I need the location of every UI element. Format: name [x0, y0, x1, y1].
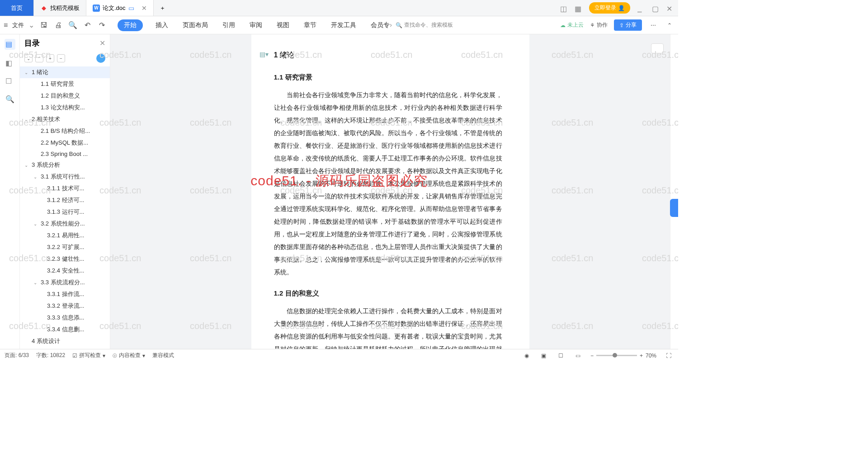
tab-view[interactable]: 视图 [275, 19, 291, 31]
close-tab-icon[interactable]: ✕ [142, 5, 147, 12]
layers-rail-icon[interactable]: ◧ [5, 59, 14, 68]
outline-item[interactable]: 3.1.3 运行可... [20, 206, 110, 218]
view-mode-1-icon[interactable]: ◉ [522, 351, 532, 361]
paragraph-1: 当前社会各行业领域竞争压力非常大，随着当前时代的信息化，科学化发展，让社会各行业… [274, 89, 502, 278]
outline-toolbar: ⌄ ⌃ + − [20, 52, 110, 66]
outline-item[interactable]: 3.1.2 经济可... [20, 194, 110, 206]
tab-ref[interactable]: 引用 [221, 19, 237, 31]
compat-mode[interactable]: 兼容模式 [152, 352, 174, 359]
add-node-icon[interactable]: + [46, 54, 54, 62]
outline-item[interactable]: 4 系统设计 [20, 335, 110, 347]
command-search[interactable]: 🔍 查找命令、搜索模板 [396, 21, 453, 29]
heading-1-1: 1.1 研究背景 [274, 71, 502, 84]
tab-member[interactable]: 会员专› [369, 19, 394, 31]
search-icon: 🔍 [396, 22, 402, 28]
zoom-in-icon[interactable]: + [640, 353, 643, 359]
cloud-status[interactable]: ☁未上云 [560, 21, 584, 29]
grid-icon[interactable]: ▦ [575, 5, 582, 12]
outline-item[interactable]: ⌄3.3 系统流程分... [20, 277, 110, 288]
new-tab-button[interactable]: ＋ [154, 0, 172, 16]
tab-insert[interactable]: 插入 [154, 19, 170, 31]
search-rail-icon[interactable]: 🔍 [5, 95, 14, 104]
outline-item[interactable]: ⌄3 系统分析 [20, 159, 110, 171]
zoom-slider[interactable] [596, 355, 637, 356]
outline-item[interactable]: ⌄3.1 系统可行性... [20, 171, 110, 183]
save-icon[interactable]: 🖫 [39, 20, 49, 30]
login-button[interactable]: 立即登录👤 [589, 2, 630, 14]
outline-item[interactable]: 3.3.2 登录流... [20, 300, 110, 312]
spellcheck-toggle[interactable]: ☑拼写检查▾ [72, 352, 105, 359]
collapse-all-icon[interactable]: ⌄ [24, 54, 33, 62]
titlebar: 首页 ◆ 找稻壳模板 W 论文.doc ▭ ✕ ＋ ◫ ▦ 立即登录👤 ⎯ ▢ … [0, 0, 678, 16]
hamburger-icon[interactable]: ≡ [4, 21, 8, 29]
redo-icon[interactable]: ↷ [97, 20, 107, 30]
outline-item[interactable]: 3.2.3 健壮性... [20, 253, 110, 265]
outline-item[interactable]: 3.3.3 信息添... [20, 312, 110, 324]
close-window-icon[interactable]: ✕ [666, 5, 674, 12]
sync-icon[interactable] [96, 54, 105, 63]
tab-template[interactable]: ◆ 找稻壳模板 [34, 0, 86, 16]
outline-item[interactable]: 1.3 论文结构安... [20, 102, 110, 113]
more-icon[interactable]: ⋯ [648, 20, 658, 30]
bookmark-rail-icon[interactable]: ☐ [5, 77, 14, 86]
window-mode-icon[interactable]: ▭ [128, 5, 134, 12]
layout1-icon[interactable]: ◫ [560, 5, 567, 12]
view-mode-2-icon[interactable]: ▣ [539, 351, 549, 361]
preview-icon[interactable]: 🔍 [68, 20, 78, 30]
outline-item[interactable]: 3.3.4 信息删... [20, 324, 110, 335]
outline-item[interactable]: 3.2.2 可扩展... [20, 241, 110, 253]
tab-dev[interactable]: 开发工具 [329, 19, 358, 31]
print-icon[interactable]: 🖨 [53, 20, 63, 30]
zoom-control[interactable]: − + 70% [590, 353, 656, 359]
window-controls: ◫ ▦ 立即登录👤 ⎯ ▢ ✕ [556, 0, 678, 16]
chevron-up-icon[interactable]: ⌃ [665, 20, 675, 30]
outline-item[interactable]: 3.1.1 技术可... [20, 183, 110, 194]
collab-button[interactable]: ⚘协作 [590, 21, 608, 29]
outline-item[interactable]: 2.1 B/S 结构介绍... [20, 125, 110, 137]
outline-item[interactable]: 3.2.4 安全性... [20, 265, 110, 277]
tab-start[interactable]: 开始 [118, 19, 143, 31]
outline-rail-icon[interactable]: ▤ [5, 39, 15, 50]
page-indicator[interactable]: 页面: 6/33 [5, 352, 29, 359]
side-handle[interactable] [670, 199, 678, 217]
outline-item[interactable]: 3.3.1 操作流... [20, 288, 110, 300]
tab-template-label: 找稻壳模板 [50, 4, 80, 12]
template-icon: ◆ [40, 5, 47, 12]
outline-item[interactable]: ⌄3.2 系统性能分... [20, 218, 110, 230]
side-toggle-icon[interactable] [651, 43, 664, 53]
tab-review[interactable]: 审阅 [248, 19, 264, 31]
tab-section[interactable]: 章节 [302, 19, 318, 31]
outline-tree: ⌄1 绪论1.1 研究背景1.2 目的和意义1.3 论文结构安...⌄2 相关技… [20, 66, 110, 349]
outline-item[interactable]: 2.2 MySQL 数据... [20, 137, 110, 149]
file-menu[interactable]: 文件 [12, 21, 24, 29]
outline-item[interactable]: ⌄1 绪论 [20, 66, 110, 78]
fullscreen-icon[interactable]: ⛶ [664, 351, 674, 361]
zoom-value[interactable]: 70% [646, 353, 656, 359]
view-mode-4-icon[interactable]: ▭ [573, 351, 583, 361]
zoom-out-icon[interactable]: − [590, 353, 594, 359]
word-count[interactable]: 字数: 10822 [36, 352, 65, 359]
outline-item[interactable]: 3.2.1 易用性... [20, 230, 110, 241]
expand-all-icon[interactable]: ⌃ [35, 54, 43, 62]
view-mode-3-icon[interactable]: ☐ [556, 351, 566, 361]
contentcheck-toggle[interactable]: ⦾内容检查▾ [113, 352, 145, 359]
tab-layout[interactable]: 页面布局 [181, 19, 210, 31]
undo-icon[interactable]: ↶ [82, 20, 92, 30]
user-icon: 👤 [618, 5, 625, 11]
outline-title: 目录 [24, 38, 40, 48]
close-outline-icon[interactable]: ✕ [99, 39, 105, 47]
tab-document[interactable]: W 论文.doc ▭ ✕ [86, 0, 154, 16]
outline-item[interactable]: 1.1 研究背景 [20, 78, 110, 90]
remove-node-icon[interactable]: − [57, 54, 65, 62]
share-button[interactable]: ⇪分享 [614, 19, 642, 31]
minimize-icon[interactable]: ⎯ [637, 5, 645, 12]
maximize-icon[interactable]: ▢ [652, 5, 659, 12]
page-margin-icon[interactable]: ▤▾ [259, 48, 269, 61]
tab-home[interactable]: 首页 [0, 0, 34, 16]
outline-item[interactable]: 2.3 Spring Boot ... [20, 149, 110, 159]
menubar: ≡ 文件 ⌄ 🖫 🖨 🔍 ↶ ↷ 开始 插入 页面布局 引用 审阅 视图 章节 … [0, 16, 678, 34]
check-icon: ☑ [72, 353, 77, 359]
outline-item[interactable]: 1.2 目的和意义 [20, 90, 110, 102]
outline-item[interactable]: ⌄2 相关技术 [20, 113, 110, 125]
heading-1: 1 绪论 [274, 48, 502, 62]
